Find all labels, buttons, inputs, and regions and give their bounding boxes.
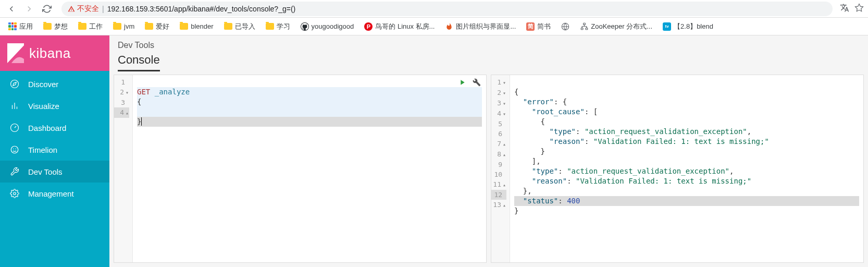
bookmark-label: 梦想 — [54, 22, 68, 31]
jian-icon: 简 — [526, 22, 535, 31]
folder-icon — [180, 23, 188, 30]
svg-point-5 — [11, 80, 19, 88]
bookmark-label: 工作 — [89, 22, 103, 31]
sidebar-item-label: Timelion — [28, 145, 57, 154]
bookmark-item[interactable]: yougoodigood — [296, 20, 358, 33]
sidebar-item-dashboard[interactable]: Dashboard — [0, 117, 109, 139]
bookmark-item[interactable] — [557, 20, 574, 33]
sidebar-item-label: Management — [28, 189, 74, 198]
bookmark-item[interactable]: 梦想 — [39, 20, 72, 33]
apps-icon — [8, 22, 17, 31]
address-bar[interactable]: 不安全 | 192.168.159.3:5601/app/kibana#/dev… — [61, 2, 833, 16]
breadcrumb: Dev Tools — [118, 41, 860, 50]
bookmark-item[interactable]: tv【2.8】blend — [659, 20, 717, 33]
insecure-badge: 不安全 — [68, 4, 99, 14]
bookmark-item[interactable]: 图片组织与界面显... — [441, 20, 520, 33]
bookmark-label: 图片组织与界面显... — [456, 22, 516, 31]
bookmark-label: 已导入 — [235, 22, 255, 31]
content: Dev Tools Console 1 2▾ 3 4▴ GET _analyze… — [109, 35, 868, 267]
reload-button[interactable] — [40, 2, 54, 16]
folder-icon — [113, 23, 121, 30]
kibana-mark-icon — [7, 43, 24, 63]
kibana-logo[interactable]: kibana — [0, 35, 109, 71]
gear-icon — [9, 188, 20, 199]
bookmark-item[interactable]: 简简书 — [522, 20, 555, 33]
folder-icon — [224, 23, 232, 30]
globe-icon — [561, 22, 569, 31]
bookmark-item[interactable]: 工作 — [74, 20, 107, 33]
p-icon: P — [364, 22, 373, 31]
response-viewer[interactable]: 1▾ 2▾ 3▾ 4▾ 5 6 7▴ 8▴ 9 10 11▴ 12 13▴ { … — [491, 75, 864, 263]
request-gutter: 1 2▾ 3 4▴ — [114, 75, 133, 262]
folder-icon — [43, 23, 52, 30]
bookmark-item[interactable]: 学习 — [262, 20, 294, 33]
svg-point-12 — [13, 149, 14, 150]
back-button[interactable] — [4, 2, 19, 16]
sidebar-item-timelion[interactable]: Timelion — [0, 139, 109, 161]
bookmark-label: jvm — [124, 22, 134, 30]
sidebar-item-discover[interactable]: Discover — [0, 73, 109, 95]
svg-point-11 — [11, 146, 18, 153]
bookmark-item[interactable]: P鸟哥的 Linux 私房... — [360, 20, 439, 33]
folder-icon — [266, 23, 274, 30]
sidebar-item-devtools[interactable]: Dev Tools — [0, 161, 109, 183]
tab-console[interactable]: Console — [118, 53, 160, 71]
svg-marker-6 — [13, 82, 16, 86]
bookmarks-bar: 应用 梦想工作jvm爱好blender已导入学习yougoodigoodP鸟哥的… — [0, 18, 868, 35]
sidebar-item-visualize[interactable]: Visualize — [0, 95, 109, 117]
bookmark-label: yougoodigood — [312, 22, 354, 30]
url-text: 192.168.159.3:5601/app/kibana#/dev_tools… — [107, 5, 296, 13]
star-icon[interactable] — [854, 3, 864, 14]
bookmark-label: 【2.8】blend — [674, 22, 713, 31]
svg-rect-3 — [581, 28, 583, 30]
request-actions — [458, 78, 481, 88]
request-editor[interactable]: 1 2▾ 3 4▴ GET _analyze{ } — [114, 75, 487, 263]
folder-icon — [145, 23, 153, 30]
svg-rect-2 — [583, 23, 585, 25]
bookmark-label: 爱好 — [156, 22, 169, 31]
sidebar-item-label: Visualize — [28, 102, 59, 111]
translate-icon[interactable] — [840, 3, 849, 14]
sidebar-nav: Discover Visualize Dashboard Timelion De… — [0, 71, 109, 204]
bookmark-item[interactable]: blender — [176, 20, 217, 33]
response-code: { "error": { "root_cause": [ { "type": "… — [510, 75, 863, 262]
bili-icon: tv — [663, 22, 671, 31]
apps-button[interactable]: 应用 — [4, 20, 37, 33]
bookmark-item[interactable]: ZooKeeper 分布式... — [576, 20, 656, 33]
flame-icon — [445, 22, 453, 31]
wrench-button[interactable] — [473, 78, 481, 88]
sidebar-item-management[interactable]: Management — [0, 183, 109, 204]
run-button[interactable] — [458, 78, 466, 88]
addr-separator: | — [102, 5, 104, 13]
svg-point-14 — [14, 192, 16, 195]
sidebar-item-label: Dev Tools — [28, 167, 63, 176]
content-header: Dev Tools Console — [109, 35, 868, 71]
bookmark-label: 鸟哥的 Linux 私房... — [375, 22, 435, 31]
sidebar: kibana Discover Visualize Dashboard Time… — [0, 35, 109, 267]
sidebar-item-label: Discover — [28, 80, 58, 89]
gauge-icon — [9, 123, 20, 133]
sidebar-item-label: Dashboard — [28, 124, 66, 132]
bookmark-item[interactable]: 爱好 — [141, 20, 173, 33]
bookmark-label: blender — [191, 22, 213, 30]
method-token: GET — [137, 88, 150, 96]
zk-icon — [580, 22, 588, 31]
apps-label: 应用 — [19, 22, 33, 31]
bookmark-item[interactable]: jvm — [109, 20, 139, 33]
folder-icon — [78, 23, 86, 30]
compass-icon — [9, 79, 20, 89]
kibana-brand-text: kibana — [29, 45, 71, 62]
browser-toolbar: 不安全 | 192.168.159.3:5601/app/kibana#/dev… — [0, 0, 868, 18]
bookmark-item[interactable]: 已导入 — [220, 20, 259, 33]
timelion-icon — [9, 144, 20, 155]
bookmark-label: 简书 — [537, 22, 551, 31]
response-gutter: 1▾ 2▾ 3▾ 4▾ 5 6 7▴ 8▴ 9 10 11▴ 12 13▴ — [491, 75, 510, 262]
wrench-icon — [9, 166, 20, 177]
svg-rect-4 — [586, 28, 588, 30]
endpoint-token: _analyze — [155, 88, 190, 96]
svg-point-13 — [16, 149, 17, 150]
bookmark-label: 学习 — [277, 22, 290, 31]
github-icon — [301, 22, 309, 31]
forward-button[interactable] — [22, 2, 36, 16]
request-code[interactable]: GET _analyze{ } — [133, 75, 486, 262]
